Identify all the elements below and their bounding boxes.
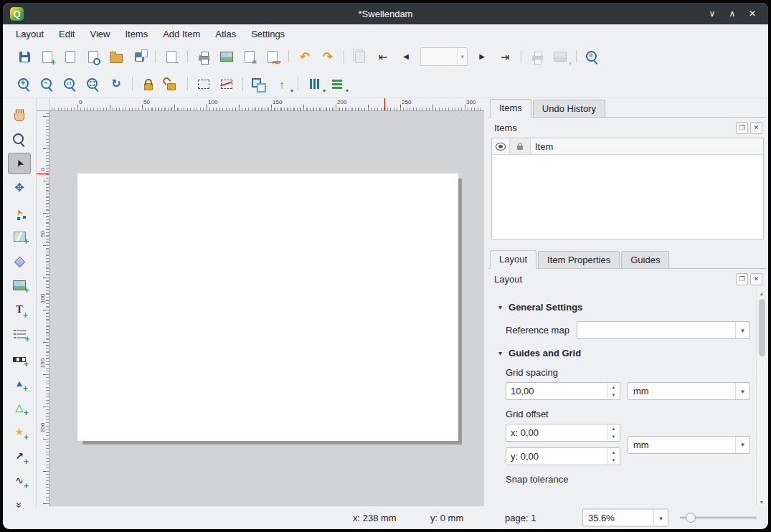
atlas-feature-combo[interactable] (420, 47, 468, 66)
preview-atlas-button[interactable] (349, 47, 372, 67)
atlas-settings-button[interactable] (581, 47, 604, 67)
zoom-in-button[interactable] (13, 74, 36, 94)
menu-add-item[interactable]: Add Item (156, 27, 207, 42)
menu-view[interactable]: View (82, 27, 117, 42)
panel-float-button[interactable]: ❐ (736, 273, 748, 285)
grid-spacing-unit-combo[interactable]: mm ▾ (628, 382, 750, 400)
menu-atlas[interactable]: Atlas (208, 27, 243, 42)
zoom-level-combo[interactable]: 35.6% ▾ (582, 509, 668, 527)
title-bar[interactable]: Q *Swellendam ∨ ∧ ✕ (3, 3, 768, 24)
zoom-out-button[interactable] (36, 74, 59, 94)
panel-close-button[interactable]: ✕ (750, 273, 762, 285)
chevron-down-icon[interactable]: ▾ (735, 383, 749, 399)
redo-button[interactable] (316, 47, 339, 67)
spin-down-icon[interactable]: ▼ (607, 433, 620, 442)
panel-scrollbar[interactable]: ▲ ▼ (756, 289, 767, 506)
atlas-next-feature-button[interactable] (470, 47, 493, 67)
menu-items[interactable]: Items (118, 27, 155, 42)
atlas-last-feature-button[interactable] (493, 47, 516, 67)
zoom-slider-handle[interactable] (686, 513, 696, 523)
raise-selected-items-button[interactable] (270, 74, 293, 94)
items-list-empty[interactable] (492, 155, 763, 239)
add-shape-tool[interactable] (8, 396, 31, 418)
align-items-button[interactable] (303, 74, 326, 94)
export-atlas-button[interactable] (549, 47, 572, 67)
atlas-first-feature-button[interactable] (372, 47, 394, 67)
add-items-from-template-button[interactable] (160, 47, 183, 67)
spin-up-icon[interactable]: ▲ (607, 424, 620, 433)
general-settings-section-header[interactable]: ▾ General Settings (498, 302, 750, 313)
scroll-down-icon[interactable]: ▼ (757, 498, 767, 506)
menu-edit[interactable]: Edit (52, 27, 82, 42)
edit-nodes-item-tool[interactable] (8, 201, 31, 223)
group-items-button[interactable] (247, 74, 270, 94)
grid-offset-y-input[interactable] (506, 448, 607, 465)
spin-down-icon[interactable]: ▼ (607, 391, 620, 400)
export-as-image-button[interactable] (215, 47, 238, 67)
spin-up-icon[interactable]: ▲ (607, 383, 620, 391)
deselect-all-items-button[interactable] (215, 74, 238, 94)
undo-button[interactable] (293, 47, 316, 67)
grid-spacing-input[interactable] (506, 383, 607, 399)
reference-map-combo[interactable]: ▾ (577, 321, 750, 339)
add-map-tool[interactable] (8, 226, 31, 247)
load-from-template-button[interactable] (105, 47, 128, 67)
select-move-item-tool[interactable] (8, 153, 31, 174)
menu-layout[interactable]: Layout (9, 27, 51, 42)
refresh-view-button[interactable] (105, 74, 128, 94)
add-3d-map-tool[interactable] (8, 250, 31, 272)
collapse-arrow-icon[interactable]: ▾ (498, 303, 502, 311)
spin-down-icon[interactable]: ▼ (607, 457, 620, 465)
collapse-arrow-icon[interactable]: ▾ (498, 349, 502, 357)
save-as-template-button[interactable] (128, 47, 151, 67)
layout-page[interactable] (77, 174, 458, 441)
print-atlas-button[interactable] (526, 47, 549, 67)
pan-layout-tool[interactable] (8, 104, 31, 125)
tab-items[interactable]: Items (490, 99, 531, 118)
move-item-content-tool[interactable] (8, 177, 31, 199)
tab-guides[interactable]: Guides (621, 251, 669, 268)
new-layout-button[interactable] (36, 47, 59, 67)
zoom-actual-size-button[interactable] (59, 74, 82, 94)
tab-item-properties[interactable]: Item Properties (538, 251, 620, 268)
zoom-tool[interactable] (8, 128, 31, 150)
add-picture-tool[interactable] (8, 275, 31, 296)
tab-undo-history[interactable]: Undo History (533, 100, 605, 117)
zoom-full-extent-button[interactable] (82, 74, 105, 94)
spin-up-icon[interactable]: ▲ (607, 448, 620, 457)
panel-float-button[interactable]: ❐ (736, 122, 748, 134)
export-as-svg-button[interactable] (238, 47, 261, 67)
chevron-down-icon[interactable]: ▾ (735, 437, 749, 453)
select-all-items-button[interactable] (192, 74, 215, 94)
close-button[interactable]: ✕ (745, 6, 760, 21)
layout-manager-button[interactable] (82, 47, 105, 67)
add-marker-tool[interactable] (8, 421, 31, 442)
print-layout-button[interactable] (192, 47, 215, 67)
save-project-button[interactable] (13, 47, 36, 67)
tab-layout[interactable]: Layout (490, 250, 536, 269)
atlas-previous-feature-button[interactable] (394, 47, 417, 67)
resize-items-button[interactable] (326, 74, 349, 94)
chevron-down-icon[interactable]: ▾ (653, 510, 668, 526)
maximize-button[interactable]: ∧ (725, 6, 739, 21)
add-north-arrow-tool[interactable] (8, 372, 31, 394)
duplicate-layout-button[interactable] (59, 47, 82, 67)
add-arrow-tool[interactable] (8, 445, 31, 467)
chevron-down-icon[interactable]: ▾ (735, 322, 749, 338)
scroll-up-icon[interactable]: ▲ (757, 289, 767, 298)
add-legend-tool[interactable] (8, 323, 31, 345)
export-as-pdf-button[interactable] (261, 47, 284, 67)
grid-offset-unit-combo[interactable]: mm ▾ (628, 436, 750, 454)
scrollbar-thumb[interactable] (759, 299, 765, 356)
zoom-slider[interactable] (680, 513, 757, 523)
add-scalebar-tool[interactable] (8, 348, 31, 369)
panel-close-button[interactable]: ✕ (750, 122, 762, 134)
add-label-tool[interactable] (8, 299, 31, 320)
add-node-item-tool[interactable] (8, 470, 31, 491)
unlock-all-items-button[interactable] (160, 74, 183, 94)
lock-selected-items-button[interactable] (137, 74, 160, 94)
layout-canvas[interactable] (49, 111, 484, 506)
menu-settings[interactable]: Settings (244, 27, 292, 42)
guides-grid-section-header[interactable]: ▾ Guides and Grid (498, 348, 750, 358)
grid-offset-x-input[interactable] (506, 424, 607, 441)
